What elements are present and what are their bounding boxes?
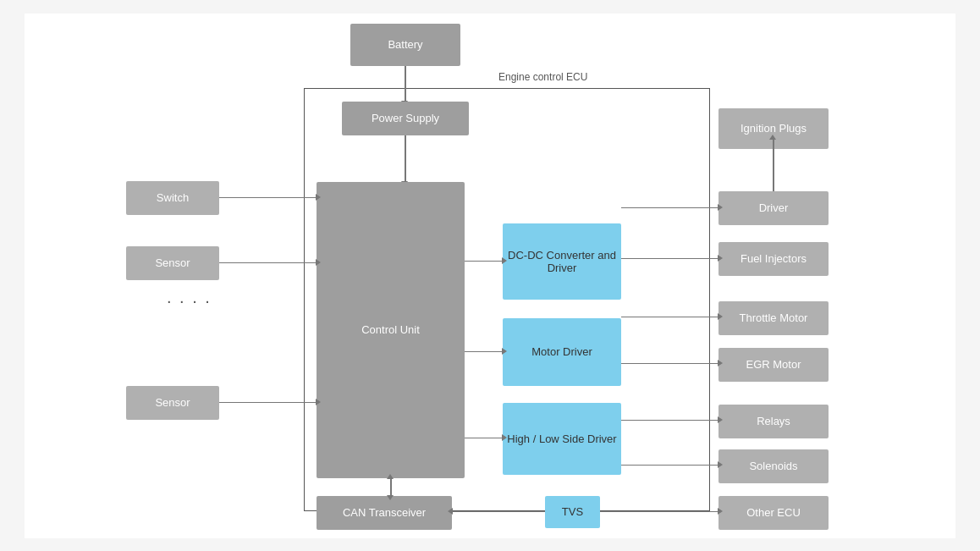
can-transceiver-block: CAN Transceiver bbox=[317, 496, 452, 530]
other-ecu-block: Other ECU bbox=[718, 496, 829, 530]
cu-to-highlow-arrow bbox=[465, 438, 503, 439]
control-unit-block: Control Unit bbox=[317, 182, 465, 478]
dc-dc-block: DC-DC Converter and Driver bbox=[503, 223, 621, 300]
dots-indicator: · · · · bbox=[167, 291, 212, 311]
tvs-block: TVS bbox=[545, 496, 600, 528]
driver-to-ignition-arrow bbox=[773, 139, 774, 191]
sensor1-block: Sensor bbox=[126, 246, 219, 280]
cu-to-motor-arrow bbox=[465, 351, 503, 353]
switch-to-cu-arrow bbox=[219, 197, 317, 199]
driver-block: Driver bbox=[718, 191, 829, 225]
switch-block: Switch bbox=[126, 181, 219, 215]
diagram-container: Engine control ECU Battery Power Supply … bbox=[25, 14, 955, 538]
tvs-to-can-arrow bbox=[452, 511, 545, 513]
battery-block: Battery bbox=[350, 24, 460, 66]
dcdc-to-driver-arrow bbox=[621, 207, 718, 209]
sensor1-to-cu-arrow bbox=[219, 262, 317, 264]
battery-to-power-arrow bbox=[405, 66, 406, 102]
engine-control-ecu-label: Engine control ECU bbox=[498, 71, 587, 83]
sensor2-block: Sensor bbox=[126, 386, 219, 420]
power-to-cu-arrow bbox=[405, 135, 406, 182]
highlow-to-relays-arrow bbox=[621, 420, 718, 422]
motordrv-to-throttle-arrow bbox=[621, 317, 718, 318]
high-low-block: High / Low Side Driver bbox=[503, 403, 621, 475]
motor-driver-block: Motor Driver bbox=[503, 318, 621, 386]
tvs-to-otherecu-arrow bbox=[600, 511, 718, 513]
fuel-injectors-block: Fuel Injectors bbox=[718, 242, 829, 276]
solenoids-block: Solenoids bbox=[718, 449, 829, 483]
egr-motor-block: EGR Motor bbox=[718, 348, 829, 382]
throttle-motor-block: Throttle Motor bbox=[718, 301, 829, 335]
relays-block: Relays bbox=[718, 405, 829, 438]
motordrv-to-egr-arrow bbox=[621, 363, 718, 365]
cu-to-can-arrow bbox=[390, 478, 392, 496]
highlow-to-solenoids-arrow bbox=[621, 465, 718, 466]
dcdc-to-fuel-arrow bbox=[621, 258, 718, 260]
cu-to-dcdc-arrow bbox=[465, 261, 503, 262]
sensor2-to-cu-arrow bbox=[219, 402, 317, 404]
power-supply-block: Power Supply bbox=[342, 102, 469, 135]
